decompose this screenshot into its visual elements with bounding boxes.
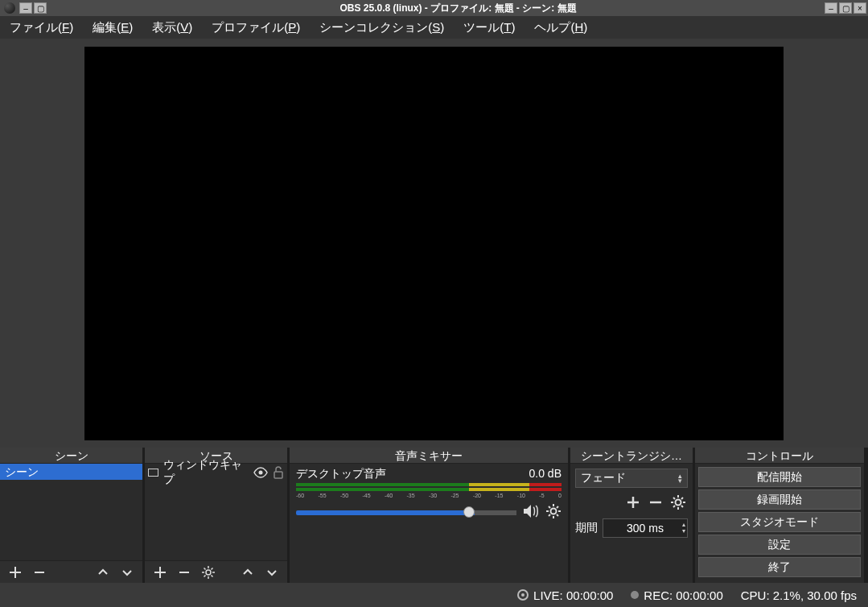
dropdown-arrows-icon: ▴▾ <box>678 473 682 483</box>
audio-meter-top <box>296 483 562 486</box>
menu-view[interactable]: 表示(V) <box>147 19 197 37</box>
mixer-level-label: 0.0 dB <box>529 467 562 481</box>
transitions-panel: シーントランジシ… フェード ▴▾ 期間 300 ms ▴▾ <box>570 448 693 583</box>
connection-icon <box>517 589 529 601</box>
start-record-button[interactable]: 録画開始 <box>698 489 861 510</box>
record-dot-icon <box>631 591 639 599</box>
mixer-panel: 音声ミキサー デスクトップ音声 0.0 dB -60-55-50-45-40-3… <box>290 448 568 583</box>
transition-remove-button[interactable] <box>646 493 665 512</box>
sources-panel: ソース ウィンドウキャプ <box>145 448 287 583</box>
transition-settings-icon[interactable] <box>668 493 688 512</box>
svg-point-0 <box>259 471 263 475</box>
source-add-button[interactable] <box>151 564 169 581</box>
status-bar: LIVE: 00:00:00 REC: 00:00:00 CPU: 2.1%, … <box>0 583 868 607</box>
transition-dropdown[interactable]: フェード ▴▾ <box>575 469 688 488</box>
exit-button[interactable]: 終了 <box>698 557 861 577</box>
start-stream-button[interactable]: 配信開始 <box>698 467 861 487</box>
menubar: ファイル(F) 編集(E) 表示(V) プロファイル(P) シーンコレクション(… <box>0 16 868 39</box>
menu-profile[interactable]: プロファイル(P) <box>207 19 305 37</box>
source-up-button[interactable] <box>239 564 257 581</box>
menu-edit[interactable]: 編集(E) <box>88 19 138 37</box>
transition-add-button[interactable] <box>623 493 643 512</box>
transitions-header: シーントランジシ… <box>570 448 693 464</box>
source-down-button[interactable] <box>263 564 281 581</box>
status-cpu: CPU: 2.1%, 30.00 fps <box>741 588 857 602</box>
scene-add-button[interactable] <box>6 564 24 581</box>
scene-up-button[interactable] <box>94 564 112 581</box>
audio-ticks: -60-55-50-45-40-35-30-25-20-15-10-50 <box>296 493 562 498</box>
source-item[interactable]: ウィンドウキャプ <box>145 464 287 481</box>
sources-list[interactable]: ウィンドウキャプ <box>145 464 287 560</box>
spinner-arrows-icon[interactable]: ▴▾ <box>682 522 685 535</box>
bottom-panels: シーン シーン ソース ウィンドウキャプ <box>0 448 868 583</box>
visibility-icon[interactable] <box>253 467 268 478</box>
svg-point-3 <box>551 509 557 514</box>
window-title: OBS 25.0.8 (linux) - プロファイル: 無題 - シーン: 無… <box>48 2 868 15</box>
svg-rect-1 <box>274 472 282 478</box>
scenes-panel: シーン シーン <box>0 448 142 583</box>
mixer-channel-label: デスクトップ音声 <box>296 467 386 481</box>
svg-point-4 <box>676 500 681 506</box>
titlebar-close[interactable]: × <box>854 2 866 14</box>
scenes-header: シーン <box>0 448 142 464</box>
menu-tools[interactable]: ツール(T) <box>459 19 520 37</box>
controls-panel: コントロール 配信開始 録画開始 スタジオモード 設定 終了 <box>695 448 864 583</box>
duration-label: 期間 <box>575 521 598 535</box>
menu-file[interactable]: ファイル(F) <box>5 19 78 37</box>
speaker-icon[interactable] <box>523 504 539 521</box>
preview-area <box>0 39 868 448</box>
scene-remove-button[interactable] <box>31 564 48 581</box>
duration-spinner[interactable]: 300 ms ▴▾ <box>603 518 688 538</box>
titlebar-minimize-left[interactable]: – <box>19 2 32 14</box>
scenes-list[interactable]: シーン <box>0 464 142 560</box>
source-remove-button[interactable] <box>175 564 193 581</box>
preview-canvas[interactable] <box>84 47 784 440</box>
mixer-settings-icon[interactable] <box>545 503 562 522</box>
lock-icon[interactable] <box>273 466 284 479</box>
status-live: LIVE: 00:00:00 <box>533 588 613 602</box>
volume-slider[interactable] <box>296 510 516 515</box>
scene-item[interactable]: シーン <box>0 464 142 480</box>
svg-point-2 <box>206 570 211 575</box>
titlebar-minimize[interactable]: – <box>825 2 837 14</box>
source-label: ウィンドウキャプ <box>163 458 249 487</box>
status-rec: REC: 00:00:00 <box>644 588 722 602</box>
menu-help[interactable]: ヘルプ(H) <box>529 19 592 37</box>
studio-mode-button[interactable]: スタジオモード <box>698 512 861 532</box>
scene-down-button[interactable] <box>118 564 136 581</box>
app-icon <box>4 2 15 14</box>
settings-button[interactable]: 設定 <box>698 535 861 555</box>
window-titlebar: – ▢ OBS 25.0.8 (linux) - プロファイル: 無題 - シー… <box>0 0 868 16</box>
menu-scene-collection[interactable]: シーンコレクション(S) <box>315 19 449 37</box>
audio-meter-bottom <box>296 488 562 491</box>
source-properties-button[interactable] <box>200 564 217 581</box>
window-icon <box>148 469 158 477</box>
controls-header: コントロール <box>695 448 864 464</box>
titlebar-maximize-left[interactable]: ▢ <box>34 2 47 14</box>
titlebar-maximize[interactable]: ▢ <box>839 2 852 14</box>
mixer-header: 音声ミキサー <box>290 448 568 464</box>
